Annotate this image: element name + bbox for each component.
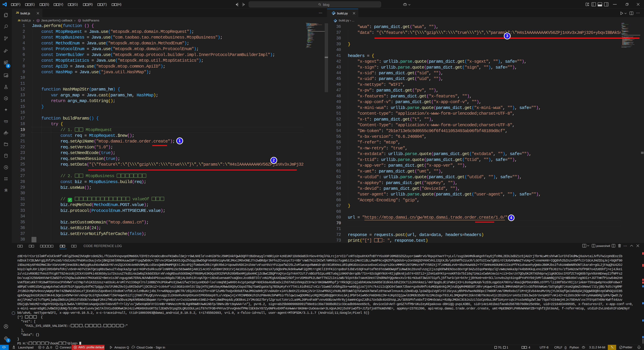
svg-text:Я: Я bbox=[4, 188, 8, 193]
svg-text:aws: aws bbox=[4, 119, 8, 122]
